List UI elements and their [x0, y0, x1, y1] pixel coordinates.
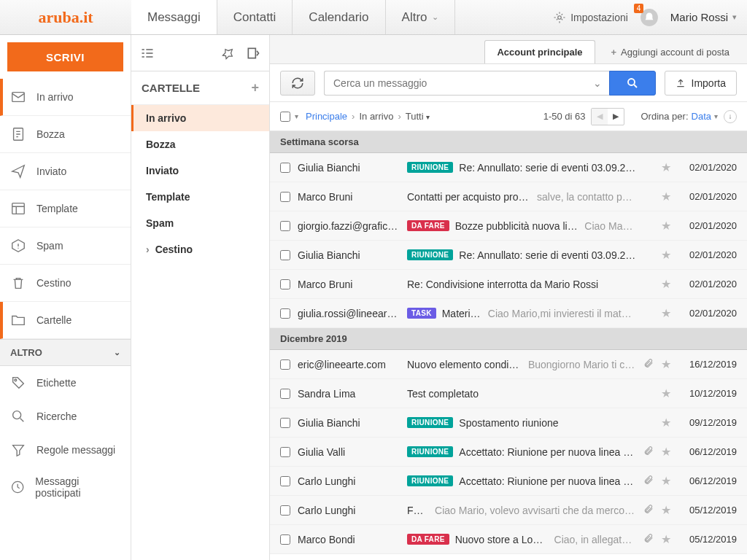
sidebar-item-cestino[interactable]: Cestino: [0, 265, 131, 302]
sidebar-item-etichette[interactable]: Etichette: [0, 366, 131, 400]
message-date: 02/01/2020: [678, 191, 737, 202]
message-row[interactable]: Sandra Lima Test completato ★ 10/12/2019: [270, 379, 747, 408]
sidebar-item-ricerche[interactable]: Ricerche: [0, 400, 131, 433]
message-checkbox[interactable]: [280, 250, 290, 260]
message-row[interactable]: Giulia Bianchi RIUNIONE Re: Annullato: s…: [270, 241, 747, 270]
message-checkbox[interactable]: [280, 308, 290, 319]
notifications-button[interactable]: 4: [640, 8, 659, 27]
message-checkbox[interactable]: [280, 476, 290, 486]
message-checkbox[interactable]: [280, 163, 290, 173]
folder-item-spam[interactable]: Spam: [131, 210, 269, 236]
message-checkbox[interactable]: [280, 389, 290, 399]
sidebar-item-template[interactable]: Template: [0, 190, 131, 228]
star-icon[interactable]: ★: [661, 190, 671, 203]
message-date: 02/01/2020: [678, 308, 737, 319]
settings-link[interactable]: Impostazioni: [553, 11, 628, 24]
breadcrumb-filter[interactable]: Tutti ▾: [406, 111, 430, 122]
message-sender: Carlo Lunghi: [298, 505, 400, 516]
tab-calendario[interactable]: Calendario: [293, 0, 385, 34]
account-tab-main[interactable]: Account principale: [484, 40, 595, 63]
sidebar-item-bozza[interactable]: Bozza: [0, 116, 131, 153]
attachment-icon: [643, 358, 654, 370]
sort-direction[interactable]: ↓: [724, 110, 737, 123]
message-row[interactable]: Giulia Bianchi RIUNIONE Re: Annullato: s…: [270, 153, 747, 182]
refresh-button[interactable]: [280, 71, 315, 96]
pager-range: 1-50 di 63: [543, 111, 586, 122]
star-icon[interactable]: ★: [661, 416, 671, 429]
breadcrumb-root[interactable]: Principale: [306, 111, 347, 122]
pager-next[interactable]: ▶: [608, 109, 624, 125]
import-button[interactable]: Importa: [665, 71, 737, 96]
folder-item-inviato[interactable]: Inviato: [131, 158, 269, 184]
tab-contatti[interactable]: Contatti: [217, 0, 293, 34]
message-row[interactable]: Giulia Bianchi RIUNIONE Spostamento riun…: [270, 408, 747, 438]
message-checkbox[interactable]: [280, 418, 290, 428]
message-sender: Sandra Lima: [298, 388, 400, 400]
gear-icon: [553, 11, 566, 24]
sidebar-item-label: Cestino: [36, 277, 71, 289]
tab-messaggi[interactable]: Messaggi: [131, 0, 217, 34]
message-row[interactable]: giulia.rossi@lineearte.it TASK Materiale…: [270, 299, 747, 328]
search-input[interactable]: [324, 71, 586, 96]
message-row[interactable]: Marco Bondi DA FARE Nuovo store a Londra…: [270, 525, 747, 554]
clock-icon: [10, 479, 25, 495]
star-icon[interactable]: ★: [661, 306, 671, 320]
pager-prev[interactable]: ◀: [592, 109, 608, 125]
message-preview: Ciao Mario, volevo avvisarti che da merc…: [435, 505, 636, 516]
folder-item-bozza[interactable]: Bozza: [131, 131, 269, 158]
star-icon[interactable]: ★: [661, 445, 671, 459]
sidebar-item-regole-messaggi[interactable]: Regole messaggi: [0, 433, 131, 467]
search-button[interactable]: [609, 71, 656, 96]
message-row[interactable]: eric@lineearte.com Nuovo elemento condiv…: [270, 350, 747, 379]
star-icon[interactable]: ★: [661, 357, 671, 371]
sidebar-item-inviato[interactable]: Inviato: [0, 153, 131, 190]
message-row[interactable]: Carlo Lunghi Ferie Ciao Mario, volevo av…: [270, 496, 747, 525]
folder-item-cestino[interactable]: Cestino: [131, 236, 269, 262]
attachment-icon: [643, 533, 654, 545]
star-icon[interactable]: ★: [661, 160, 671, 174]
search-dropdown[interactable]: ⌄: [586, 71, 609, 96]
expand-icon[interactable]: [246, 46, 260, 61]
sidebar-item-spam[interactable]: Spam: [0, 228, 131, 265]
star-icon[interactable]: ★: [661, 277, 671, 291]
star-icon[interactable]: ★: [661, 386, 671, 400]
message-checkbox[interactable]: [280, 279, 290, 289]
star-icon[interactable]: ★: [661, 503, 671, 517]
message-checkbox[interactable]: [280, 534, 290, 545]
star-icon[interactable]: ★: [661, 474, 671, 488]
select-dropdown[interactable]: ▾: [295, 112, 298, 120]
import-label: Importa: [692, 77, 726, 89]
star-icon[interactable]: ★: [661, 219, 671, 233]
message-checkbox[interactable]: [280, 359, 290, 370]
add-account-button[interactable]: + Aggiungi account di posta: [603, 41, 738, 63]
add-folder-icon[interactable]: +: [251, 80, 259, 96]
folder-item-template[interactable]: Template: [131, 184, 269, 210]
compose-button[interactable]: SCRIVI: [7, 42, 123, 71]
user-menu[interactable]: Mario Rossi ▾: [670, 11, 737, 23]
list-view-icon[interactable]: [140, 46, 155, 61]
message-row[interactable]: Giulia Valli RIUNIONE Accettato: Riunion…: [270, 438, 747, 467]
sidebar-item-in-arrivo[interactable]: In arrivo: [0, 79, 131, 116]
tab-altro[interactable]: Altro ⌄: [386, 0, 455, 34]
message-row[interactable]: Marco Bruni Re: Condivisione interrotta …: [270, 270, 747, 299]
brand-logo[interactable]: aruba.it: [0, 0, 131, 34]
sort-field[interactable]: Data: [692, 111, 711, 122]
pin-icon[interactable]: [221, 46, 236, 61]
message-tag: RIUNIONE: [407, 417, 453, 428]
message-checkbox[interactable]: [280, 221, 290, 231]
sidebar-item-cartelle[interactable]: Cartelle: [0, 302, 131, 339]
message-row[interactable]: Carlo Lunghi RIUNIONE Accettato: Riunion…: [270, 467, 747, 496]
star-icon[interactable]: ★: [661, 248, 671, 262]
sidebar-item-messaggi-posticipati[interactable]: Messaggi posticipati: [0, 467, 131, 508]
sidebar-altro-label: ALTRO: [10, 347, 42, 358]
message-checkbox[interactable]: [280, 192, 290, 202]
star-icon[interactable]: ★: [661, 532, 671, 546]
message-checkbox[interactable]: [280, 447, 290, 457]
message-row[interactable]: giorgio.fazzi@grafiche.it DA FARE Bozze …: [270, 211, 747, 241]
select-all-checkbox[interactable]: [280, 112, 290, 122]
sidebar-section-altro[interactable]: ALTRO ⌄: [0, 339, 131, 366]
message-row[interactable]: Marco Bruni Contatti per acquisto prodot…: [270, 182, 747, 211]
folder-item-in-arrivo[interactable]: In arrivo: [131, 105, 269, 131]
message-checkbox[interactable]: [280, 505, 290, 516]
message-sender: Giulia Bianchi: [298, 417, 400, 429]
